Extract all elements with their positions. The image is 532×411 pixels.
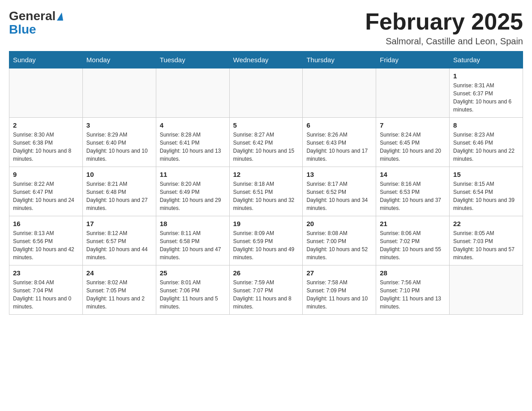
calendar-week-row: 9Sunrise: 8:22 AMSunset: 6:47 PMDaylight… [9, 167, 523, 216]
logo: General Blue [9, 9, 63, 37]
day-number: 25 [160, 269, 226, 277]
page-header: General Blue February 2025 Salmoral, Cas… [9, 9, 523, 47]
day-number: 12 [233, 171, 299, 178]
day-info: Sunrise: 8:24 AMSunset: 6:45 PMDaylight:… [380, 131, 446, 163]
calendar-week-row: 16Sunrise: 8:13 AMSunset: 6:56 PMDayligh… [9, 216, 523, 265]
day-number: 23 [13, 269, 79, 277]
day-number: 2 [13, 121, 79, 129]
calendar-cell [229, 68, 303, 118]
calendar-cell [376, 68, 450, 118]
calendar-cell: 28Sunrise: 7:56 AMSunset: 7:10 PMDayligh… [376, 265, 450, 315]
calendar-cell: 22Sunrise: 8:05 AMSunset: 7:03 PMDayligh… [450, 216, 523, 265]
calendar-cell [9, 68, 83, 118]
day-number: 13 [306, 171, 372, 178]
calendar-cell: 10Sunrise: 8:21 AMSunset: 6:48 PMDayligh… [82, 167, 156, 216]
calendar-cell: 20Sunrise: 8:08 AMSunset: 7:00 PMDayligh… [303, 216, 376, 265]
title-section: February 2025 Salmoral, Castille and Leo… [365, 9, 523, 47]
calendar-cell: 4Sunrise: 8:28 AMSunset: 6:41 PMDaylight… [156, 118, 229, 167]
calendar-cell: 17Sunrise: 8:12 AMSunset: 6:57 PMDayligh… [82, 216, 156, 265]
day-number: 5 [233, 121, 299, 129]
day-number: 17 [86, 220, 152, 227]
day-number: 27 [306, 269, 372, 277]
day-info: Sunrise: 8:05 AMSunset: 7:03 PMDaylight:… [453, 229, 519, 261]
calendar-cell: 14Sunrise: 8:16 AMSunset: 6:53 PMDayligh… [376, 167, 450, 216]
day-number: 8 [453, 121, 519, 129]
day-number: 19 [233, 220, 299, 227]
day-info: Sunrise: 8:21 AMSunset: 6:48 PMDaylight:… [86, 180, 152, 212]
month-title: February 2025 [365, 9, 523, 34]
calendar-week-row: 23Sunrise: 8:04 AMSunset: 7:04 PMDayligh… [9, 265, 523, 315]
day-number: 26 [233, 269, 299, 277]
calendar-cell: 18Sunrise: 8:11 AMSunset: 6:58 PMDayligh… [156, 216, 229, 265]
calendar-cell: 15Sunrise: 8:15 AMSunset: 6:54 PMDayligh… [450, 167, 523, 216]
day-number: 28 [380, 269, 446, 277]
day-number: 16 [13, 220, 79, 227]
calendar-cell: 24Sunrise: 8:02 AMSunset: 7:05 PMDayligh… [82, 265, 156, 315]
calendar-cell: 8Sunrise: 8:23 AMSunset: 6:46 PMDaylight… [450, 118, 523, 167]
day-info: Sunrise: 8:17 AMSunset: 6:52 PMDaylight:… [306, 180, 372, 212]
calendar-cell [303, 68, 376, 118]
day-info: Sunrise: 8:11 AMSunset: 6:58 PMDaylight:… [160, 229, 226, 261]
calendar-cell: 23Sunrise: 8:04 AMSunset: 7:04 PMDayligh… [9, 265, 83, 315]
day-info: Sunrise: 8:30 AMSunset: 6:38 PMDaylight:… [13, 131, 79, 163]
day-info: Sunrise: 8:20 AMSunset: 6:49 PMDaylight:… [160, 180, 226, 212]
location-subtitle: Salmoral, Castille and Leon, Spain [365, 36, 523, 47]
calendar-cell: 1Sunrise: 8:31 AMSunset: 6:37 PMDaylight… [450, 68, 523, 118]
day-info: Sunrise: 8:22 AMSunset: 6:47 PMDaylight:… [13, 180, 79, 212]
day-number: 3 [86, 121, 152, 129]
day-number: 4 [160, 121, 226, 129]
calendar-header-row: SundayMondayTuesdayWednesdayThursdayFrid… [9, 51, 523, 68]
day-info: Sunrise: 8:29 AMSunset: 6:40 PMDaylight:… [86, 131, 152, 163]
weekday-header-saturday: Saturday [450, 51, 523, 68]
day-number: 15 [453, 171, 519, 178]
day-info: Sunrise: 7:58 AMSunset: 7:09 PMDaylight:… [306, 278, 372, 311]
day-info: Sunrise: 8:02 AMSunset: 7:05 PMDaylight:… [86, 278, 152, 311]
calendar-cell: 11Sunrise: 8:20 AMSunset: 6:49 PMDayligh… [156, 167, 229, 216]
calendar-cell: 25Sunrise: 8:01 AMSunset: 7:06 PMDayligh… [156, 265, 229, 315]
calendar-cell: 7Sunrise: 8:24 AMSunset: 6:45 PMDaylight… [376, 118, 450, 167]
day-info: Sunrise: 8:27 AMSunset: 6:42 PMDaylight:… [233, 131, 299, 163]
day-number: 18 [160, 220, 226, 227]
day-number: 11 [160, 171, 226, 178]
calendar-cell: 3Sunrise: 8:29 AMSunset: 6:40 PMDaylight… [82, 118, 156, 167]
day-number: 10 [86, 171, 152, 178]
day-info: Sunrise: 8:18 AMSunset: 6:51 PMDaylight:… [233, 180, 299, 212]
weekday-header-wednesday: Wednesday [229, 51, 303, 68]
day-info: Sunrise: 7:59 AMSunset: 7:07 PMDaylight:… [233, 278, 299, 311]
calendar-cell [156, 68, 229, 118]
calendar-cell: 12Sunrise: 8:18 AMSunset: 6:51 PMDayligh… [229, 167, 303, 216]
day-info: Sunrise: 8:09 AMSunset: 6:59 PMDaylight:… [233, 229, 299, 261]
day-info: Sunrise: 8:31 AMSunset: 6:37 PMDaylight:… [453, 81, 519, 114]
day-number: 24 [86, 269, 152, 277]
calendar-table: SundayMondayTuesdayWednesdayThursdayFrid… [9, 51, 523, 315]
calendar-cell [450, 265, 523, 315]
day-info: Sunrise: 8:01 AMSunset: 7:06 PMDaylight:… [160, 278, 226, 311]
calendar-cell: 19Sunrise: 8:09 AMSunset: 6:59 PMDayligh… [229, 216, 303, 265]
calendar-cell: 26Sunrise: 7:59 AMSunset: 7:07 PMDayligh… [229, 265, 303, 315]
day-info: Sunrise: 8:13 AMSunset: 6:56 PMDaylight:… [13, 229, 79, 261]
day-number: 9 [13, 171, 79, 178]
day-number: 21 [380, 220, 446, 227]
day-info: Sunrise: 8:06 AMSunset: 7:02 PMDaylight:… [380, 229, 446, 261]
weekday-header-sunday: Sunday [9, 51, 83, 68]
weekday-header-friday: Friday [376, 51, 450, 68]
day-number: 22 [453, 220, 519, 227]
logo-general-text: General [9, 9, 56, 23]
weekday-header-thursday: Thursday [303, 51, 376, 68]
calendar-week-row: 1Sunrise: 8:31 AMSunset: 6:37 PMDaylight… [9, 68, 523, 118]
calendar-cell: 9Sunrise: 8:22 AMSunset: 6:47 PMDaylight… [9, 167, 83, 216]
day-number: 1 [453, 72, 519, 80]
logo-triangle-icon [57, 13, 63, 21]
day-info: Sunrise: 8:28 AMSunset: 6:41 PMDaylight:… [160, 131, 226, 163]
calendar-cell: 2Sunrise: 8:30 AMSunset: 6:38 PMDaylight… [9, 118, 83, 167]
day-info: Sunrise: 8:15 AMSunset: 6:54 PMDaylight:… [453, 180, 519, 212]
day-info: Sunrise: 8:12 AMSunset: 6:57 PMDaylight:… [86, 229, 152, 261]
day-number: 6 [306, 121, 372, 129]
calendar-cell: 6Sunrise: 8:26 AMSunset: 6:43 PMDaylight… [303, 118, 376, 167]
calendar-cell: 27Sunrise: 7:58 AMSunset: 7:09 PMDayligh… [303, 265, 376, 315]
day-number: 20 [306, 220, 372, 227]
calendar-week-row: 2Sunrise: 8:30 AMSunset: 6:38 PMDaylight… [9, 118, 523, 167]
calendar-cell: 5Sunrise: 8:27 AMSunset: 6:42 PMDaylight… [229, 118, 303, 167]
calendar-cell: 13Sunrise: 8:17 AMSunset: 6:52 PMDayligh… [303, 167, 376, 216]
weekday-header-monday: Monday [82, 51, 156, 68]
